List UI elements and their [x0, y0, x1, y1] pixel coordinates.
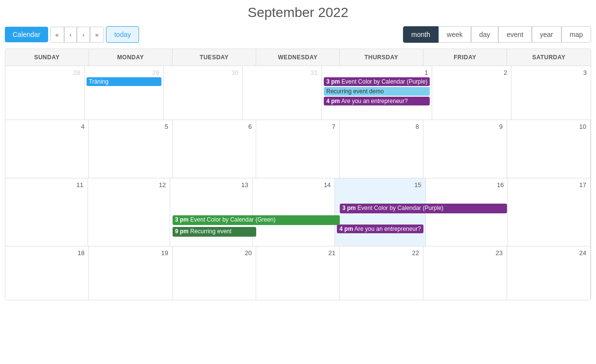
day-cell: 8 — [340, 120, 423, 178]
calendar-button[interactable]: Calendar — [5, 27, 48, 42]
header-saturday: SATURDAY — [507, 49, 591, 66]
next-next-button[interactable]: » — [90, 27, 104, 43]
prev-button[interactable]: ‹ — [64, 27, 77, 43]
header-wednesday: WEDNESDAY — [256, 49, 340, 66]
day-cell: 17 — [508, 178, 591, 246]
day-headers: SUNDAY MONDAY TUESDAY WEDNESDAY THURSDAY… — [5, 49, 591, 66]
day-cell: 29 Träning — [85, 66, 164, 120]
view-year[interactable]: year — [532, 26, 561, 43]
event-color-purple-1[interactable]: 3 pm Event Color by Calendar (Purple) — [324, 77, 430, 86]
day-cell: 28 — [5, 66, 85, 120]
calendar-title: September 2022 — [5, 5, 591, 20]
toolbar: Calendar « ‹ › » today month week day ev… — [5, 26, 591, 43]
event-123456-w4[interactable]: 123456 — [5, 260, 591, 270]
view-group: month week day event year map — [403, 26, 591, 43]
day-cell: 7 — [256, 120, 340, 178]
day-cell: 18 — [5, 246, 89, 300]
day-cell: 31 — [243, 66, 322, 120]
day-cell: 30 — [164, 66, 243, 120]
event-color-green-w3[interactable]: 3 pm Event Color by Calendar (Green) — [173, 215, 340, 225]
view-week[interactable]: week — [438, 26, 471, 43]
day-cell: 20 — [173, 246, 256, 300]
event-beginners-mon-w3[interactable]: 7 am Beginners class — [89, 215, 173, 225]
event-entrepreneur-1[interactable]: 4 pm Are you an entrepreneur? — [324, 97, 430, 105]
event-entrepreneur-w3[interactable]: 4 pm Are you an entrepreneur? — [337, 225, 423, 233]
calendar-weeks: 28 29 Träning 30 31 1 3 pm Event Color b… — [5, 66, 591, 300]
header-friday: FRIDAY — [423, 49, 507, 66]
day-cell: 5 — [89, 120, 173, 178]
event-recurring-demo[interactable]: Recurring event demo — [324, 87, 430, 96]
week-row: 4 5 6 7 8 9 10 — [5, 120, 591, 178]
day-cell: 3 — [511, 66, 591, 120]
view-day[interactable]: day — [471, 26, 499, 43]
next-button[interactable]: › — [77, 27, 89, 43]
day-cell: 1 3 pm Event Color by Calendar (Purple) … — [322, 66, 432, 120]
day-cell: 6 — [173, 120, 256, 178]
day-cell: 23 — [423, 246, 507, 300]
today-button[interactable]: today — [106, 26, 139, 43]
week-row: 18 19 20 21 22 23 24 — [5, 246, 591, 300]
view-month[interactable]: month — [403, 26, 438, 43]
view-map[interactable]: map — [561, 26, 591, 43]
day-cell: 22 — [340, 246, 423, 300]
view-event[interactable]: event — [498, 26, 531, 43]
day-cell: 2 — [432, 66, 511, 120]
header-sunday: SUNDAY — [5, 49, 89, 66]
day-cell: 24 — [507, 246, 591, 300]
event-spanning-w2[interactable]: Event Spanning Multiple Days — [423, 145, 591, 155]
header-monday: MONDAY — [89, 49, 173, 66]
day-cell: 21 — [256, 246, 340, 300]
event-color-purple-w3[interactable]: 3 pm Event Color by Calendar (Purple) — [340, 204, 507, 213]
calendar-container: September 2022 Calendar « ‹ › » today mo… — [0, 0, 596, 364]
header-thursday: THURSDAY — [340, 49, 423, 66]
week-row: 28 29 Träning 30 31 1 3 pm Event Color b… — [5, 66, 591, 120]
event-beginners-wed-w3[interactable]: 7 am Beginners class — [256, 204, 340, 213]
day-cell: 19 — [89, 246, 173, 300]
calendar-grid: SUNDAY MONDAY TUESDAY WEDNESDAY THURSDAY… — [5, 49, 591, 300]
day-cell: 4 — [5, 120, 89, 178]
event-recurring-w3[interactable]: 9 pm Recurring event — [173, 227, 256, 237]
event-123456-w3[interactable]: 123456 — [5, 192, 591, 202]
nav-group: « ‹ › » — [50, 27, 104, 43]
event-123456-w2[interactable]: 123456 — [256, 134, 591, 143]
prev-prev-button[interactable]: « — [50, 27, 64, 43]
event-spanning-w3[interactable]: Event Spanning Multiple Days — [5, 204, 256, 213]
week-row: 11 12 13 14 15 4 pm Are you an entrepren… — [5, 178, 591, 246]
header-tuesday: TUESDAY — [173, 49, 256, 66]
event-training[interactable]: Träning — [87, 77, 161, 86]
